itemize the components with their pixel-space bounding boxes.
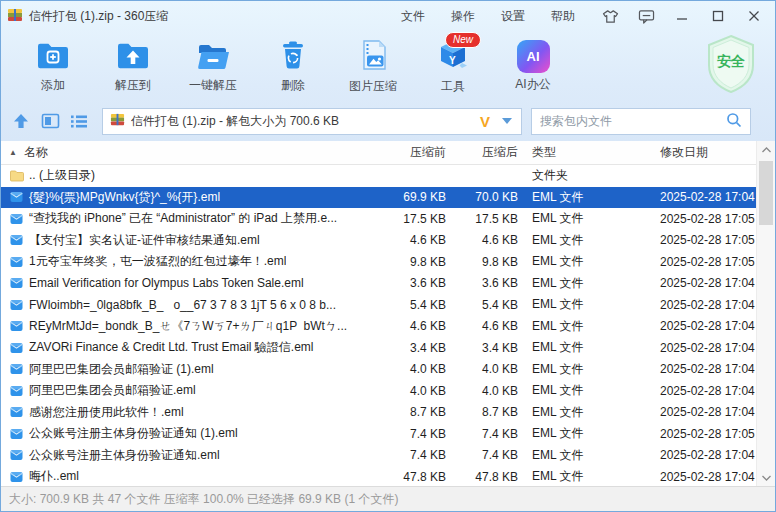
image-compress-button[interactable]: 图片压缩 (333, 35, 413, 97)
eml-file-icon (9, 362, 24, 376)
size-before: 3.4 KB (374, 341, 446, 355)
archive-path: 信件打包 (1).zip - 解包大小为 700.6 KB (131, 113, 474, 130)
zip-file-icon (110, 112, 125, 130)
modified-date: 2025-02-28 17:04 (648, 362, 756, 376)
eml-file-icon (9, 427, 24, 441)
eml-file-icon (9, 255, 24, 269)
close-button[interactable] (743, 5, 765, 27)
menubar: 文件 操作 设置 帮助 (401, 8, 575, 25)
minimize-button[interactable] (671, 5, 693, 27)
table-row[interactable]: Email Verification for Olympus Labs Toke… (1, 273, 756, 295)
file-type: EML 文件 (518, 253, 648, 270)
table-row[interactable]: .. (上级目录) 文件夹 (1, 165, 756, 187)
menu-file[interactable]: 文件 (401, 8, 425, 25)
chevron-down-icon[interactable] (502, 118, 512, 124)
window-title: 信件打包 (1).zip - 360压缩 (29, 8, 168, 25)
app-zip-icon (7, 7, 23, 26)
skin-icon[interactable] (599, 5, 621, 27)
size-after: 7.4 KB (446, 448, 518, 462)
size-before: 7.4 KB (374, 448, 446, 462)
modified-date: 2025-02-28 17:05 (648, 427, 756, 441)
table-row[interactable]: “查找我的 iPhone” 已在 “Administrator” 的 iPad … (1, 208, 756, 230)
file-type: EML 文件 (518, 296, 648, 313)
table-row[interactable]: ZAVORi Finance & Credit Ltd. Trust Email… (1, 337, 756, 359)
table-row[interactable]: 公众账号注册主体身份验证通知 (1).eml 7.4 KB 7.4 KB EML… (1, 423, 756, 445)
menu-help[interactable]: 帮助 (551, 8, 575, 25)
search-box[interactable] (531, 108, 751, 135)
toolbar: 添加 解压到 一键解压 (1, 31, 775, 101)
column-header-date[interactable]: 修改日期 (648, 144, 756, 161)
delete-button-label: 删除 (281, 77, 305, 94)
feedback-icon[interactable] (635, 5, 657, 27)
preview-pane-icon[interactable] (40, 111, 60, 131)
table-row[interactable]: 1元夺宝年终奖，屯一波猛烈的红包过壕年！.eml 9.8 KB 9.8 KB E… (1, 251, 756, 273)
file-name: 【支付宝】实名认证-证件审核结果通知.eml (29, 232, 260, 249)
file-list-area: ▲ 名称 压缩前 压缩后 类型 修改日期 .. (上级目录) (1, 141, 775, 486)
extract-to-button[interactable]: 解压到 (93, 35, 173, 97)
archive-path-combobox[interactable]: 信件打包 (1).zip - 解包大小为 700.6 KB V (102, 108, 522, 135)
image-compress-icon (356, 38, 390, 75)
eml-file-icon (9, 190, 24, 204)
table-row[interactable]: {髮}%{票}MPgWnkv{贷}^_%{开}.eml 69.9 KB 70.0… (1, 187, 756, 209)
ai-office-button[interactable]: AI AI办公 (493, 35, 573, 97)
search-input[interactable] (540, 114, 726, 128)
maximize-button[interactable] (707, 5, 729, 27)
delete-button[interactable]: 删除 (253, 35, 333, 97)
svg-text:Y: Y (449, 55, 456, 66)
titlebar: 信件打包 (1).zip - 360压缩 文件 操作 设置 帮助 (1, 1, 775, 31)
table-row[interactable]: 感谢您注册使用此软件！.eml 8.7 KB 8.7 KB EML 文件 202… (1, 402, 756, 424)
list-view-icon[interactable] (69, 111, 89, 131)
table-row[interactable]: 【支付宝】实名认证-证件审核结果通知.eml 4.6 KB 4.6 KB EML… (1, 230, 756, 252)
scroll-down-icon[interactable] (757, 469, 775, 486)
eml-file-icon (9, 319, 24, 333)
file-name: .. (上级目录) (29, 167, 95, 184)
size-after: 3.6 KB (446, 276, 518, 290)
version-mark: V (480, 113, 490, 130)
menu-operation[interactable]: 操作 (451, 8, 475, 25)
column-header-before[interactable]: 压缩前 (374, 144, 446, 161)
search-icon[interactable] (726, 112, 742, 131)
menu-settings[interactable]: 设置 (501, 8, 525, 25)
size-after: 9.8 KB (446, 255, 518, 269)
file-name: {髮}%{票}MPgWnkv{贷}^_%{开}.eml (29, 189, 220, 206)
vertical-scrollbar[interactable] (756, 141, 775, 486)
size-after: 4.0 KB (446, 362, 518, 376)
app-window: 信件打包 (1).zip - 360压缩 文件 操作 设置 帮助 (0, 0, 776, 512)
add-button[interactable]: 添加 (13, 35, 93, 97)
column-header-after[interactable]: 压缩后 (446, 144, 518, 161)
modified-date: 2025-02-28 17:04 (648, 298, 756, 312)
file-name: 1元夺宝年终奖，屯一波猛烈的红包过壕年！.eml (29, 253, 286, 270)
eml-file-icon (9, 276, 24, 290)
size-after: 70.0 KB (446, 190, 518, 204)
table-row[interactable]: 公众账号注册主体身份验证通知.eml 7.4 KB 7.4 KB EML 文件 … (1, 445, 756, 467)
table-row[interactable]: 阿里巴巴集团会员邮箱验证 (1).eml 4.0 KB 4.0 KB EML 文… (1, 359, 756, 381)
tools-button[interactable]: New Y 工具 (413, 35, 493, 97)
column-header-type[interactable]: 类型 (518, 144, 648, 161)
file-type: EML 文件 (518, 447, 648, 464)
add-button-label: 添加 (41, 77, 65, 94)
security-label: 安全 (703, 53, 759, 71)
eml-file-icon (9, 405, 24, 419)
file-list: .. (上级目录) 文件夹 {髮}%{票}MPgWnkv{贷}^_%{开}.em… (1, 165, 756, 488)
file-name: 阿里巴巴集团会员邮箱验证 (1).eml (29, 361, 214, 378)
size-after: 3.4 KB (446, 341, 518, 355)
table-row[interactable]: FWloimbh=_0lga8bfk_B_ o__67 3 7 8 3 1jT … (1, 294, 756, 316)
image-compress-button-label: 图片压缩 (349, 78, 397, 95)
up-arrow-icon[interactable] (11, 111, 31, 131)
file-name: Email Verification for Olympus Labs Toke… (29, 276, 304, 290)
one-click-extract-button[interactable]: 一键解压 (173, 35, 253, 97)
modified-date: 2025-02-28 17:04 (648, 470, 756, 484)
table-row[interactable]: 阿里巴巴集团会员邮箱验证.eml 4.0 KB 4.0 KB EML 文件 20… (1, 380, 756, 402)
file-type: EML 文件 (518, 425, 648, 442)
modified-date: 2025-02-28 17:05 (648, 233, 756, 247)
size-before: 4.6 KB (374, 233, 446, 247)
file-type: EML 文件 (518, 189, 648, 206)
file-name: 公众账号注册主体身份验证通知 (1).eml (29, 425, 238, 442)
scrollbar-thumb[interactable] (759, 161, 773, 225)
table-row[interactable]: REyMrMtJd=_bondk_B_ㄝ《7ㄋWㄎ7+ㄌ厂ㄐq1P bWtㄅ..… (1, 316, 756, 338)
scroll-up-icon[interactable] (757, 141, 775, 158)
table-row[interactable]: 晦仆..eml 47.8 KB 47.8 KB EML 文件 2025-02-2… (1, 466, 756, 488)
security-shield[interactable]: 安全 (703, 33, 759, 95)
column-header-name[interactable]: ▲ 名称 (1, 144, 374, 161)
eml-file-icon (9, 384, 24, 398)
